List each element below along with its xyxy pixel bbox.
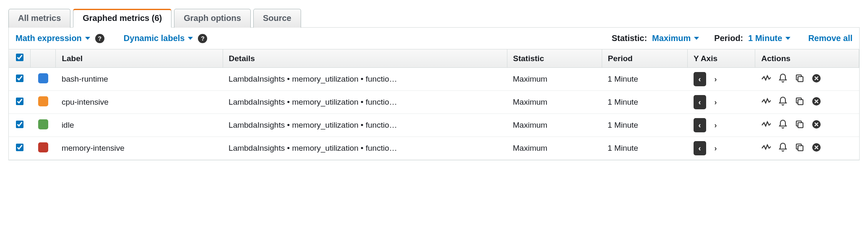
period-label: Period: <box>714 33 743 43</box>
row-actions <box>761 73 821 83</box>
statistic-dropdown[interactable]: Maximum <box>652 33 699 43</box>
row-label[interactable]: cpu-intensive <box>56 91 223 114</box>
yaxis-toggle: ‹ › <box>694 118 722 132</box>
row-actions <box>761 96 821 106</box>
table-row: idle LambdaInsights • memory_utilization… <box>9 114 859 137</box>
tab-graph-options[interactable]: Graph options <box>174 9 251 28</box>
dynamic-labels-dropdown[interactable]: Dynamic labels <box>124 33 193 43</box>
bell-icon[interactable] <box>778 119 788 129</box>
header-actions[interactable]: Actions <box>755 49 859 68</box>
yaxis-toggle: ‹ › <box>694 141 722 155</box>
row-label[interactable]: memory-intensive <box>56 137 223 160</box>
svg-rect-6 <box>798 146 803 151</box>
row-details: LambdaInsights • memory_utilization • fu… <box>229 75 484 84</box>
math-expression-label: Math expression <box>16 33 82 43</box>
row-label[interactable]: bash-runtime <box>56 68 223 91</box>
toolbar: Math expression ? Dynamic labels ? Stati… <box>9 28 859 49</box>
metrics-table: Label Details Statistic Period Y Axis Ac… <box>9 49 859 160</box>
row-statistic[interactable]: Maximum <box>507 137 602 160</box>
remove-icon[interactable] <box>811 96 821 106</box>
yaxis-left-button[interactable]: ‹ <box>694 141 706 155</box>
header-period[interactable]: Period <box>602 49 687 68</box>
duplicate-icon[interactable] <box>795 96 805 106</box>
yaxis-right-button[interactable]: › <box>709 72 722 86</box>
yaxis-left-button[interactable]: ‹ <box>694 72 706 86</box>
select-all-checkbox[interactable] <box>16 54 23 61</box>
color-swatch[interactable] <box>38 73 48 83</box>
header-label[interactable]: Label <box>56 49 223 68</box>
period-dropdown[interactable]: 1 Minute <box>748 33 790 43</box>
row-statistic[interactable]: Maximum <box>507 114 602 137</box>
row-details: LambdaInsights • memory_utilization • fu… <box>229 98 484 107</box>
remove-all-link[interactable]: Remove all <box>808 33 852 43</box>
chevron-down-icon <box>188 37 193 40</box>
row-period[interactable]: 1 Minute <box>602 68 687 91</box>
table-row: bash-runtime LambdaInsights • memory_uti… <box>9 68 859 91</box>
tab-graphed-metrics[interactable]: Graphed metrics (6) <box>73 9 172 28</box>
row-statistic[interactable]: Maximum <box>507 91 602 114</box>
period-value: 1 Minute <box>748 33 782 43</box>
yaxis-right-button[interactable]: › <box>709 95 722 109</box>
bell-icon[interactable] <box>778 73 788 83</box>
row-period[interactable]: 1 Minute <box>602 137 687 160</box>
yaxis-toggle: ‹ › <box>694 72 722 86</box>
row-details: LambdaInsights • memory_utilization • fu… <box>229 121 484 130</box>
yaxis-left-button[interactable]: ‹ <box>694 118 706 132</box>
yaxis-right-button[interactable]: › <box>709 118 722 132</box>
table-row: memory-intensive LambdaInsights • memory… <box>9 137 859 160</box>
row-checkbox[interactable] <box>16 75 23 82</box>
yaxis-right-button[interactable]: › <box>709 141 722 155</box>
row-period[interactable]: 1 Minute <box>602 114 687 137</box>
row-checkbox[interactable] <box>16 98 23 105</box>
metric-line-icon[interactable] <box>761 142 771 152</box>
bell-icon[interactable] <box>778 142 788 152</box>
row-details: LambdaInsights • memory_utilization • fu… <box>229 144 484 153</box>
svg-rect-2 <box>798 100 803 105</box>
help-icon[interactable]: ? <box>95 34 104 43</box>
row-checkbox[interactable] <box>16 144 23 151</box>
tab-all-metrics[interactable]: All metrics <box>8 9 70 28</box>
color-swatch[interactable] <box>38 119 48 129</box>
color-swatch[interactable] <box>38 142 48 152</box>
yaxis-left-button[interactable]: ‹ <box>694 95 706 109</box>
table-row: cpu-intensive LambdaInsights • memory_ut… <box>9 91 859 114</box>
row-checkbox[interactable] <box>16 121 23 128</box>
header-statistic[interactable]: Statistic <box>507 49 602 68</box>
chevron-down-icon <box>85 37 90 40</box>
color-swatch[interactable] <box>38 96 48 106</box>
metric-line-icon[interactable] <box>761 119 771 129</box>
dynamic-labels-label: Dynamic labels <box>124 33 185 43</box>
tab-source[interactable]: Source <box>253 9 301 28</box>
yaxis-toggle: ‹ › <box>694 95 722 109</box>
svg-rect-4 <box>798 123 803 128</box>
header-details[interactable]: Details <box>223 49 507 68</box>
duplicate-icon[interactable] <box>795 142 805 152</box>
header-yaxis[interactable]: Y Axis <box>688 49 755 68</box>
remove-icon[interactable] <box>811 142 821 152</box>
bell-icon[interactable] <box>778 96 788 106</box>
metric-line-icon[interactable] <box>761 73 771 83</box>
graphed-metrics-panel: Math expression ? Dynamic labels ? Stati… <box>8 28 860 160</box>
help-icon[interactable]: ? <box>198 34 207 43</box>
metric-line-icon[interactable] <box>761 96 771 106</box>
chevron-down-icon <box>785 37 790 40</box>
statistic-value: Maximum <box>652 33 691 43</box>
chevron-down-icon <box>694 37 699 40</box>
duplicate-icon[interactable] <box>795 119 805 129</box>
duplicate-icon[interactable] <box>795 73 805 83</box>
svg-rect-0 <box>798 77 803 82</box>
math-expression-dropdown[interactable]: Math expression <box>16 33 90 43</box>
row-period[interactable]: 1 Minute <box>602 91 687 114</box>
row-actions <box>761 119 821 129</box>
row-actions <box>761 142 821 152</box>
header-swatch <box>31 49 56 68</box>
row-label[interactable]: idle <box>56 114 223 137</box>
row-statistic[interactable]: Maximum <box>507 68 602 91</box>
tabs-bar: All metrics Graphed metrics (6) Graph op… <box>8 8 860 28</box>
statistic-label: Statistic: <box>612 33 647 43</box>
remove-icon[interactable] <box>811 73 821 83</box>
header-checkbox-cell <box>9 49 31 68</box>
remove-icon[interactable] <box>811 119 821 129</box>
